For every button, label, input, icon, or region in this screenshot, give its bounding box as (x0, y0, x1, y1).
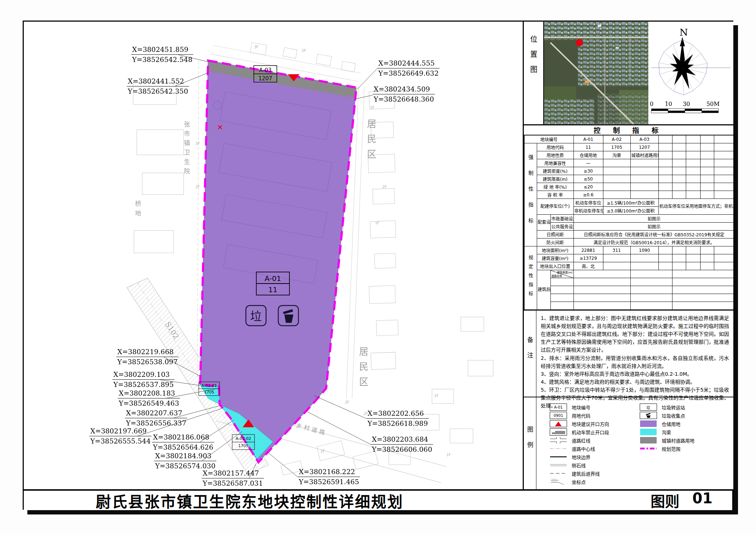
legend-opening-direction: 地块建议开口方向 (549, 420, 639, 428)
svg-text:2F: 2F (195, 185, 200, 189)
row-parking-motor: 配建停车位(个) 机动车停车位 ≥1.5辆/100m²办公面积 机动车停车位采用… (524, 199, 735, 207)
legend-road-red-line: 道路红线 (549, 436, 639, 444)
plot-a02-01-use: 1705 (204, 390, 214, 394)
plot-a01-use: 11 (268, 285, 277, 294)
legend-garbage-collection: 垃圾收集点 (639, 411, 729, 419)
coordinate-callout: X=3802434.509Y=38526648.360 (373, 84, 435, 104)
coordinate-callout: X=3802197.669Y=38526555.544 (89, 426, 152, 446)
right-panel: 位置图 (523, 22, 733, 489)
site-location-dot (576, 39, 583, 46)
row-land-use: 用地性质 仓储用地沟渠城镇村道路用地 (524, 151, 735, 159)
notes-section: 备注 1、建筑退让要求，地上部分：图中无建筑红线要求部分建筑退让用地边界线需满足… (524, 310, 733, 397)
setback-line-icon (549, 470, 567, 477)
legend-ditch: 沟渠 (639, 428, 729, 436)
legend-column-right: 垃垃圾转运站 垃圾收集点 仓储用地 沟渠 城镇村道路用地 规划范围 (639, 403, 729, 491)
plot-a03-use: 1207 (258, 75, 272, 82)
warehouse-land-swatch (640, 420, 657, 427)
plot-a02-02-code: A-02-02 (235, 436, 251, 441)
svg-text:1F: 1F (370, 106, 374, 110)
label-hospital: 张市镇卫生院 (182, 121, 191, 177)
row-setback-1 (524, 278, 735, 286)
legend-coordinate-point: 坐标点 (549, 478, 639, 486)
plot-a01-code: A-01 (265, 274, 281, 283)
plot-a03-code: A-03 (259, 67, 271, 73)
row-capacity: 建筑容量(m²) ≥13729 (524, 254, 735, 262)
section-mandatory: 强制性指标 (524, 143, 537, 246)
ditch-swatch (640, 429, 657, 435)
svg-text:0: 0 (650, 101, 653, 107)
svg-text:2F: 2F (302, 49, 306, 53)
coordinate-callout: X=3802168.222Y=38526591.465 (298, 467, 360, 487)
plot-a02-01-code: A-02-01 (201, 383, 217, 388)
svg-text:3F: 3F (254, 45, 258, 49)
note-item: 1、建筑退让要求，地上部分：图中无建筑红线要求部分建筑退让用地边界线需满足相关城… (541, 314, 729, 354)
no-opening-icon (550, 428, 567, 436)
row-land-code: 强制性指标 用地代码 1117051207 (524, 143, 735, 151)
note-item: 4、建筑风格：满足地方政府的相关要求、与周边建筑、环境相协调。 (541, 378, 729, 386)
row-support-municipal: 配套设施 市政基础设施 如图示 (524, 215, 735, 223)
plot-boundary-icon (549, 453, 567, 460)
legend-column-left: A-01地块编号 0901用地代码 地块建议开口方向 机动车禁止开口段 道路红线… (549, 403, 639, 491)
svg-text:50M: 50M (706, 101, 720, 107)
coordinate-callout: X=3802207.637Y=38526556.337 (125, 408, 187, 428)
garbage-collection-icon (640, 412, 657, 419)
row-far: 容 积 率 ≥0.6 (524, 191, 735, 199)
north-rose-and-scale: N (648, 22, 733, 124)
setback-diagonal-header: 建筑高度(m)道路名称 (550, 270, 573, 278)
section-regulatory: 规定性指标 (524, 246, 537, 310)
north-label: N (680, 27, 688, 38)
road-center-line-icon (549, 445, 567, 452)
label-residential-south: 居民区 (356, 347, 370, 392)
row-green: 绿 地 率(%) ≤20 (524, 183, 735, 191)
wind-rose-icon (659, 40, 707, 95)
coordinate-callout: X=3802184.903Y=38526574.030 (154, 451, 216, 471)
row-area: 规定性指标 地块面积(m²) 228813111090 (524, 246, 735, 254)
scale-bar: 0 10 30 50M (650, 101, 720, 113)
legend-plot-boundary: 地块边界 (549, 453, 639, 461)
notes-section-label: 备注 (524, 311, 536, 397)
legend-road-center-line: 道路中心线 (549, 445, 639, 452)
row-support-public: 公共服务设施 如图示 (524, 223, 735, 231)
coordinate-callout: X=3802186.068Y=38526564.626 (152, 432, 214, 452)
legend-curb-line: 侧石线 (549, 461, 639, 469)
location-section: 位置图 (524, 22, 733, 125)
svg-text:1F: 1F (375, 221, 379, 225)
row-entrance: 地块出入口位置 南、北 (524, 262, 735, 270)
coordinate-callout: X=3802157.447Y=38526587.031 (202, 468, 264, 488)
svg-text:1F: 1F (446, 453, 451, 457)
row-compat: 用地兼容性 — (524, 159, 735, 167)
note-item: 3、竖向：室外地坪标高应高于周边市政道路中心最低点0.2-1.0M。 (541, 370, 729, 378)
legend-garbage-transfer: 垃垃圾转运站 (639, 403, 729, 411)
land-code-icon: 0901 (550, 412, 567, 419)
legend-planning-scope: 规划范围 (639, 445, 729, 452)
legend-setback-line: 建筑后退界线 (549, 469, 639, 477)
svg-text:2F: 2F (345, 400, 349, 404)
row-setback-head: 建筑后退道路红线(m) 建筑高度(m)道路名称 (524, 270, 735, 278)
location-section-label: 位置图 (524, 22, 544, 124)
legend-section: 图例 A-01地块编号 0901用地代码 地块建议开口方向 机动车禁止开口段 道… (524, 397, 733, 491)
note-item: 2、排水：采用雨污分流制，用管道分别收集雨水和污水，各自独立形成系统，污水经排污… (541, 354, 729, 370)
coordinate-callout: X=3802451.859Y=38526542.548 (131, 45, 193, 64)
label-residential-north: 居民区 (364, 119, 378, 164)
legend-section-label: 图例 (524, 397, 536, 491)
row-density: 建筑密度(%) ≥30 (524, 167, 735, 175)
coordinate-callout: X=3802219.668Y=38526538.097 (116, 347, 179, 367)
coordinate-callout: X=3802202.656Y=38526618.989 (366, 409, 429, 428)
opening-triangle-icon (550, 420, 567, 427)
plan-map: A-03 1207 A-01 11 A-02-01 1705 A-02-02 1… (24, 22, 523, 488)
svg-text:3F: 3F (195, 142, 200, 146)
row-fire: 防火间距 满足设计防火规范（GB50016-2014），并满足相关消防要求。 (524, 238, 735, 246)
satellite-map (544, 22, 649, 124)
legend-village-road-land: 城镇村道路用地 (639, 436, 729, 444)
plan-sheet: { "page": {"title": "尉氏县张市镇卫生院东地块控制性详细规划… (0, 0, 756, 535)
coordinate-callout: X=3802208.183Y=38526549.463 (118, 388, 180, 408)
control-indicators-table: 地块编号 A-01A-02A-03 强制性指标 用地代码 1117051207 … (524, 135, 735, 310)
plot-a02-02-use: 1705 (238, 443, 248, 448)
row-setback-4 (524, 302, 735, 310)
coordinate-callout: X=3802203.684Y=38526606.060 (371, 434, 433, 454)
coordinate-callout: X=3802441.552Y=38526542.350 (127, 76, 189, 96)
coordinate-point-icon (549, 478, 567, 485)
control-table-title: 控 制 指 标 (524, 125, 733, 135)
row-setback-3 (524, 294, 735, 302)
legend-plot-number: A-01地块编号 (549, 403, 639, 411)
